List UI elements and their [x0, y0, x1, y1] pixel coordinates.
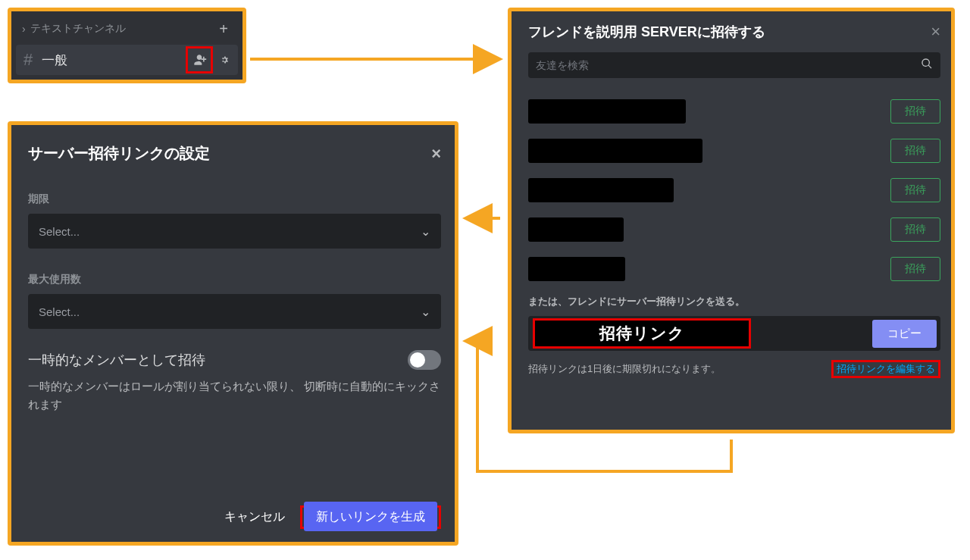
search-icon: [921, 58, 933, 73]
friend-row: 招待: [528, 171, 940, 210]
max-uses-select[interactable]: Select... ⌄: [28, 294, 441, 329]
invite-link-value[interactable]: 招待リンク: [535, 321, 749, 346]
expiry-note: 招待リンクは1日後に期限切れになります。: [528, 362, 721, 376]
chevron-down-icon: ⌄: [421, 305, 430, 319]
settings-title: サーバー招待リンクの設定: [28, 143, 210, 164]
friend-row: 招待: [528, 249, 940, 289]
chevron-down-icon: ⌄: [421, 224, 430, 239]
temp-members-toggle[interactable]: [408, 350, 441, 370]
friend-row: 招待: [528, 92, 940, 131]
channel-list-panel: › テキストチャンネル + # 一般: [8, 8, 246, 83]
channel-name: 一般: [42, 52, 186, 69]
friend-name-redacted: [528, 257, 625, 281]
hash-icon: #: [23, 50, 33, 70]
or-send-link-label: または、フレンドにサーバー招待リンクを送る。: [528, 295, 940, 308]
friend-name-redacted: [528, 178, 674, 202]
invite-button[interactable]: 招待: [890, 257, 940, 281]
friend-row: 招待: [528, 210, 940, 249]
friend-name-redacted: [528, 139, 702, 163]
cancel-button[interactable]: キャンセル: [220, 503, 289, 531]
invite-link-highlight: 招待リンク: [533, 318, 751, 349]
create-invite-icon[interactable]: [186, 46, 213, 74]
temp-members-description: 一時的なメンバーはロールが割り当てられない限り、 切断時に自動的にキックされます: [28, 377, 441, 414]
person-plus-icon: [192, 52, 207, 67]
caret-icon: ›: [22, 23, 26, 35]
edit-invite-link[interactable]: 招待リンクを編集する: [837, 363, 935, 374]
friend-name-redacted: [528, 217, 624, 242]
invite-link-settings-modal: サーバー招待リンクの設定 × 期限 Select... ⌄ 最大使用数 Sele…: [8, 121, 458, 546]
edit-link-highlight: 招待リンクを編集する: [831, 360, 940, 378]
gear-icon: [216, 53, 230, 67]
invite-button[interactable]: 招待: [890, 139, 940, 163]
invite-friends-modal: フレンドを説明用 SERVERに招待する × 招待招待招待招待招待 または、フレ…: [508, 8, 955, 433]
add-channel-icon[interactable]: +: [214, 19, 233, 39]
temp-members-label: 一時的なメンバーとして招待: [28, 351, 205, 369]
close-icon[interactable]: ×: [931, 22, 940, 42]
max-uses-select-placeholder: Select...: [39, 305, 80, 318]
generate-link-button[interactable]: 新しいリンクを生成: [304, 502, 437, 531]
copy-button[interactable]: コピー: [872, 320, 937, 348]
close-icon[interactable]: ×: [431, 144, 441, 164]
channel-settings-icon[interactable]: [213, 50, 233, 70]
friend-row: 招待: [528, 131, 940, 171]
invite-button[interactable]: 招待: [890, 178, 940, 202]
invite-button[interactable]: 招待: [890, 99, 940, 124]
channel-row[interactable]: # 一般: [16, 45, 238, 75]
expiry-select[interactable]: Select... ⌄: [28, 214, 441, 249]
friend-search[interactable]: [528, 52, 940, 78]
channel-category-label: テキストチャンネル: [30, 22, 214, 36]
channel-category-row[interactable]: › テキストチャンネル +: [14, 16, 239, 45]
invite-modal-title: フレンドを説明用 SERVERに招待する: [528, 23, 765, 41]
friend-name-redacted: [528, 99, 686, 124]
max-uses-label: 最大使用数: [28, 273, 441, 286]
friend-search-input[interactable]: [536, 59, 921, 71]
generate-link-highlight: 新しいリンクを生成: [300, 505, 441, 529]
invite-button[interactable]: 招待: [890, 217, 940, 242]
expiry-select-placeholder: Select...: [39, 225, 80, 238]
friend-list: 招待招待招待招待招待: [528, 92, 940, 289]
toggle-knob: [410, 352, 425, 368]
invite-link-row: 招待リンク コピー: [528, 316, 940, 351]
expiry-label: 期限: [28, 192, 441, 206]
